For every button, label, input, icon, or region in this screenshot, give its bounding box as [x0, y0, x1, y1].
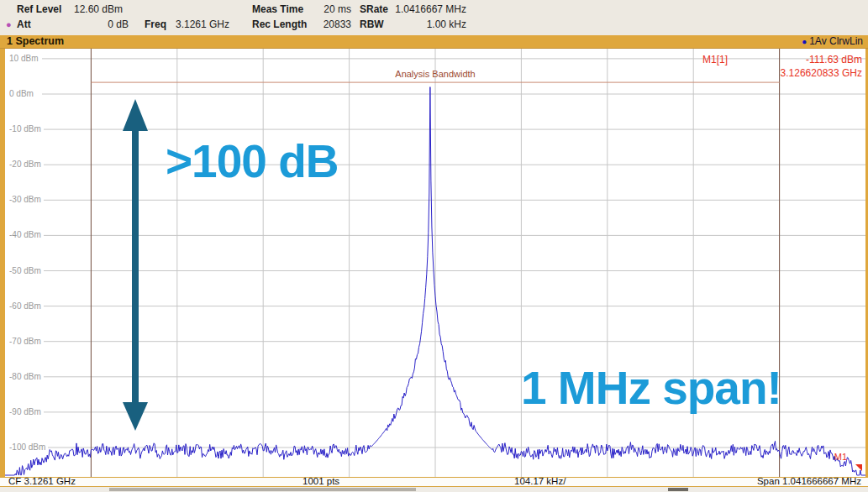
scale-per-division-field: 104.17 kHz/ [514, 477, 566, 487]
marker-level: -111.63 dBm [806, 53, 862, 66]
rbw-label[interactable]: RBW [360, 18, 384, 31]
att-value[interactable]: 0 dB [74, 18, 129, 31]
marker-frequency: 3.126620833 GHz [702, 66, 862, 80]
marker-arrow-icon [855, 464, 862, 471]
window-title-bar: 1 Spectrum ●1Av ClrwLin [0, 35, 868, 49]
marker-readout[interactable]: M1[1] -111.63 dBm 3.126620833 GHz [702, 53, 862, 80]
freq-label[interactable]: Freq [145, 18, 166, 31]
ref-level-value[interactable]: 12.60 dBm [74, 3, 123, 16]
marker-tag: M1 [834, 452, 847, 462]
span-field[interactable]: Span 1.041666667 MHz [757, 477, 861, 487]
y-axis-label: -20 dBm [8, 160, 44, 169]
span-annotation: 1 MHz span! [521, 361, 781, 415]
y-axis-label: -50 dBm [8, 266, 44, 275]
rec-length-value[interactable]: 20833 [252, 18, 351, 31]
header-bar: Ref Level 12.60 dBm Meas Time 20 ms SRat… [0, 0, 868, 35]
dynamic-range-annotation: >100 dB [166, 134, 338, 188]
center-frequency-field[interactable]: CF 3.1261 GHz [8, 477, 76, 487]
y-axis-label: -100 dBm [8, 442, 48, 452]
y-axis-label: -60 dBm [8, 301, 44, 311]
rbw-value[interactable]: 1.00 kHz [387, 18, 466, 31]
status-bar: CF 3.1261 GHz 1001 pts 104.17 kHz/ Span … [0, 477, 868, 487]
y-axis-label: -40 dBm [8, 230, 44, 239]
y-axis-label: 10 dBm [8, 54, 40, 63]
y-axis-label: -30 dBm [8, 195, 44, 204]
ref-level-label[interactable]: Ref Level [17, 3, 61, 16]
att-label[interactable]: Att [17, 18, 31, 31]
window-title[interactable]: 1 Spectrum [7, 35, 64, 49]
trace1-dot-icon: ● [802, 37, 807, 46]
sweep-points-field: 1001 pts [302, 477, 339, 487]
y-axis-label: -80 dBm [8, 372, 44, 381]
y-axis-label: -10 dBm [8, 124, 44, 133]
analysis-bandwidth-label: Analysis Bandwidth [368, 69, 502, 79]
scrollbar-knob[interactable] [668, 488, 688, 491]
freq-value[interactable]: 3.1261 GHz [176, 18, 229, 31]
srate-label[interactable]: SRate [360, 3, 388, 16]
trace-indicator[interactable]: ●1Av ClrwLin [802, 35, 863, 49]
meas-time-value[interactable]: 20 ms [252, 3, 351, 16]
y-axis-label: -70 dBm [8, 337, 44, 346]
bottom-scrollbar [0, 487, 868, 492]
trace-indicator-label: 1Av ClrwLin [809, 35, 863, 47]
scrollbar-thumb[interactable] [109, 488, 416, 491]
y-axis-label: -90 dBm [8, 407, 44, 416]
spectrum-analyzer-screen: Ref Level 12.60 dBm Meas Time 20 ms SRat… [0, 0, 868, 492]
dynamic-range-arrow-icon [118, 94, 155, 437]
y-axis-label: 0 dBm [8, 89, 36, 98]
marker-name: M1[1] [702, 53, 728, 66]
srate-value[interactable]: 1.0416667 MHz [387, 3, 466, 16]
